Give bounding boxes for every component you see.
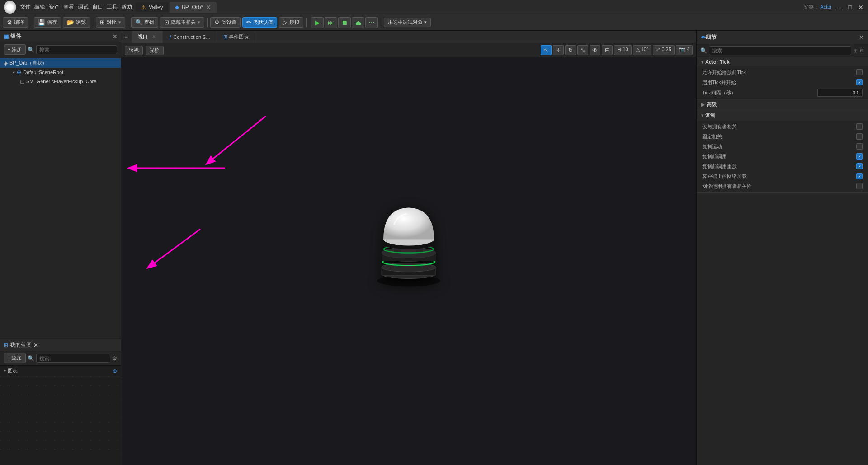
settings-view-icon[interactable]: ⚙ (859, 47, 864, 54)
skip-button[interactable]: ⏭ (325, 17, 337, 28)
replicate-movement-checkbox[interactable] (856, 143, 863, 150)
prop-enable-tick: 启用Tick并开始 (697, 77, 868, 87)
call-pre-rep-checkbox[interactable] (856, 153, 863, 160)
compile-icon: ⚙ (7, 19, 12, 26)
tree-item-sm-pickup[interactable]: ◻ SM_GenericPlayerPickup_Core (0, 77, 121, 86)
blueprint-panel-header: ⊞ 我的蓝图 ✕ (0, 339, 121, 351)
scale-value[interactable]: ⤢ 0.25 (653, 45, 674, 55)
scene-root-icon: ⊕ (17, 69, 21, 75)
menu-tools[interactable]: 工具 (107, 3, 118, 11)
divider2 (93, 18, 93, 27)
tab-event-graph[interactable]: ⊞ 事件图表 (217, 31, 255, 43)
add-component-button[interactable]: + 添加 (4, 44, 26, 55)
browse-button[interactable]: 📂 浏览 (63, 17, 90, 28)
tab-valley[interactable]: ⚠ Valley (136, 2, 169, 12)
actor-tick-header[interactable]: ▾ Actor Tick (697, 57, 868, 66)
diff-dropdown-icon: ▾ (118, 19, 121, 25)
orb-3d-model (363, 190, 454, 291)
minimize-button[interactable]: — (835, 4, 843, 11)
menu-view[interactable]: 查看 (63, 3, 74, 11)
titlebar: 文件 编辑 资产 查看 调试 窗口 工具 帮助 ⚠ Valley ◆ BP_Or… (0, 0, 868, 14)
class-defaults-button[interactable]: ✏ 类默认值 (242, 17, 277, 28)
replication-collapse-icon: ▾ (701, 113, 703, 118)
viewport-toolbar: 透视 光照 ↖ ✛ ↻ ⤡ 👁 ⊟ ⊞ 10 △ 10° ⤢ (121, 43, 696, 57)
tab-construction[interactable]: ƒ Construction S... (163, 32, 217, 42)
compile-button[interactable]: ⚙ 编译 (3, 17, 28, 28)
details-close-icon[interactable]: ✕ (859, 34, 863, 41)
add-graph-icon[interactable]: ⊕ (113, 368, 117, 374)
hide-unrelated-button[interactable]: ⊡ 隐藏不相关 ▾ (160, 17, 204, 28)
grid-tool[interactable]: ⊟ (602, 45, 613, 55)
grid-value[interactable]: ⊞ 10 (614, 45, 631, 55)
tab-viewport-close[interactable]: ✕ (152, 34, 156, 39)
menu-debug[interactable]: 调试 (78, 3, 89, 11)
details-search-input[interactable] (709, 46, 851, 55)
viewport-3d[interactable] (121, 57, 696, 465)
eye-tool[interactable]: 👁 (590, 45, 600, 55)
graph-section-header: ▾ 图表 ⊕ (0, 366, 121, 376)
tree-item-bp-orb[interactable]: ◈ BP_Orb（自我） (0, 58, 121, 68)
advanced-section: ▶ 高级 (697, 99, 868, 110)
debug-object-selector[interactable]: 未选中调试对象 ▾ (384, 18, 431, 27)
blueprint-search-input[interactable] (36, 354, 110, 363)
tick-interval-input[interactable] (817, 89, 863, 97)
maximize-button[interactable]: □ (846, 4, 854, 11)
bp-orb-icon: ◈ (4, 60, 8, 66)
stop-button[interactable]: ⏹ (338, 17, 351, 28)
divider (31, 18, 31, 27)
tab-close-icon[interactable]: ✕ (206, 4, 211, 11)
blueprint-graph-area: ▾ 图表 ⊕ (0, 366, 121, 465)
menu-window[interactable]: 窗口 (92, 3, 103, 11)
simulate-button[interactable]: ▷ 模拟 (279, 17, 303, 28)
list-view-icon[interactable]: ⊞ (853, 47, 858, 54)
move-tool[interactable]: ✛ (553, 45, 564, 55)
play-controls: ▶ ⏭ ⏹ ⏏ ⋯ (311, 17, 378, 28)
net-load-client-checkbox[interactable] (856, 173, 863, 179)
call-pre-rep-replay-checkbox[interactable] (856, 163, 863, 169)
menu-asset[interactable]: 资产 (49, 3, 60, 11)
eject-button[interactable]: ⏏ (352, 17, 364, 28)
always-relevant-checkbox[interactable] (856, 133, 863, 140)
enable-tick-checkbox[interactable] (856, 79, 863, 85)
menu-file[interactable]: 文件 (20, 3, 31, 11)
more-play-button[interactable]: ⋯ (365, 17, 378, 28)
select-tool[interactable]: ↖ (541, 45, 552, 55)
perspective-button[interactable]: 透视 (125, 46, 143, 55)
tab-viewport[interactable]: 视口 ✕ (132, 31, 163, 43)
play-button[interactable]: ▶ (311, 17, 324, 28)
components-search-input[interactable] (36, 45, 117, 54)
rotate-tool[interactable]: ↻ (565, 45, 576, 55)
lighting-button[interactable]: 光照 (146, 46, 164, 55)
svg-rect-1 (0, 376, 121, 458)
replication-header[interactable]: ▾ 复制 (697, 110, 868, 121)
sm-pickup-icon: ◻ (20, 78, 24, 85)
menu-edit[interactable]: 编辑 (34, 3, 45, 11)
scale-tool[interactable]: ⤡ (577, 45, 588, 55)
components-close-icon[interactable]: ✕ (113, 33, 117, 40)
prop-always-relevant: 固定相关 (697, 132, 868, 141)
advanced-header[interactable]: ▶ 高级 (697, 99, 868, 110)
event-graph-icon: ⊞ (223, 34, 227, 39)
net-owner-relevancy-checkbox[interactable] (856, 183, 863, 189)
angle-icon: △ (636, 47, 640, 52)
save-button[interactable]: 💾 保存 (34, 17, 61, 28)
close-button[interactable]: ✕ (857, 4, 864, 11)
allow-pre-tick-checkbox[interactable] (856, 69, 863, 75)
blueprint-close-icon[interactable]: ✕ (33, 342, 38, 348)
viewport-menu-icon[interactable]: ≡ (121, 32, 132, 42)
class-settings-button[interactable]: ⚙ 类设置 (210, 17, 241, 28)
owner-only-checkbox[interactable] (856, 123, 863, 130)
bp-settings-icon[interactable]: ⚙ (112, 355, 117, 362)
tree-item-scene-root[interactable]: ▾ ⊕ DefaultSceneRoot (0, 68, 121, 77)
diff-button[interactable]: ⊞ 对比 ▾ (96, 17, 125, 28)
tab-bp-orb[interactable]: ◆ BP_Orb* ✕ (170, 2, 217, 13)
actor-tick-body: 允许开始播放前Tick 启用Tick并开始 Tick间隔（秒） (697, 66, 868, 99)
menu-help[interactable]: 帮助 (121, 3, 132, 11)
section-collapse-icon: ▾ (701, 60, 703, 65)
prop-net-load-on-client: 客户端上的网络加载 (697, 171, 868, 181)
find-button[interactable]: 🔍 查找 (131, 17, 158, 28)
diff-icon: ⊞ (100, 19, 105, 26)
cam-value[interactable]: 📷 4 (676, 45, 693, 55)
angle-value[interactable]: △ 10° (633, 45, 652, 55)
add-blueprint-button[interactable]: + 添加 (4, 353, 26, 363)
